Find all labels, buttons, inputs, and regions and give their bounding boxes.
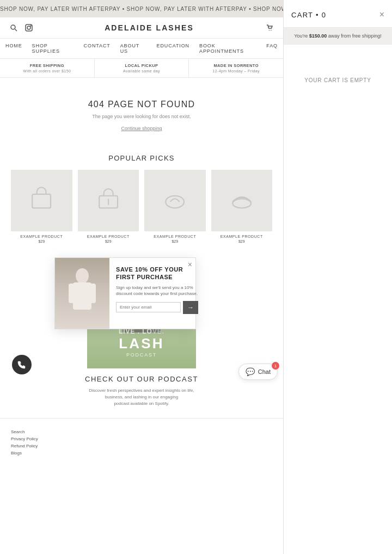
continue-shopping-link[interactable]: Continue shopping [121, 126, 162, 131]
sub-banner: FREE SHIPPING With all orders over $150 … [0, 59, 283, 78]
svg-point-4 [30, 26, 31, 26]
sub-banner-made: MADE IN SORRENTO 12-4pm Monday – Friday [189, 59, 283, 77]
popup-close-button[interactable]: × [188, 260, 192, 269]
logo-part2: LASHES [156, 23, 193, 32]
sub-banner-made-title: MADE IN SORRENTO [191, 63, 281, 68]
product-item-3[interactable]: EXAMPLE PRODUCT $29 [144, 170, 206, 243]
svg-point-5 [269, 30, 270, 31]
popup-person-image [55, 258, 109, 329]
product-item-1[interactable]: EXAMPLE PRODUCT $29 [11, 170, 72, 243]
popup-heading: SAVE 10% OFF YOUR FIRST PURCHASE [116, 266, 198, 281]
sub-banner-pickup-desc: Available same day [97, 69, 187, 73]
footer-blogs-link[interactable]: Blogs [11, 451, 272, 455]
podcast-lash-text: LASH [87, 335, 196, 352]
podcast-title-overlay: LIVE . LOVE. LASH PODCAST [87, 328, 196, 358]
product-image-1 [11, 170, 72, 231]
sub-banner-made-desc: 12-4pm Monday – Friday [191, 69, 281, 73]
svg-point-11 [232, 199, 251, 208]
popup-description: Sign up today and we'll send you a 10% d… [116, 285, 198, 297]
nav-about-us[interactable]: ABOUT US [120, 43, 147, 54]
product-price-3: $29 [144, 239, 206, 243]
products-grid: EXAMPLE PRODUCT $29 EXAMPLE PRODUCT $29 [11, 170, 272, 243]
phone-button[interactable] [12, 355, 32, 374]
product-name-2: EXAMPLE PRODUCT [78, 235, 139, 238]
cart-close-button[interactable]: × [379, 10, 384, 20]
marquee-banner: SHOP NOW, PAY LATER WITH AFTERPAY • SHOP… [0, 0, 283, 17]
cart-shipping-text: You're $150.00 away from free shipping! [291, 33, 384, 39]
nav-book-appointments[interactable]: BOOK APPOINTMENTS [199, 43, 256, 54]
svg-rect-7 [32, 194, 51, 208]
footer-search-link[interactable]: Search [11, 429, 272, 434]
product-name-4: EXAMPLE PRODUCT [211, 235, 273, 238]
product-name-3: EXAMPLE PRODUCT [144, 235, 206, 238]
footer-privacy-link[interactable]: Privacy Policy [11, 436, 272, 441]
not-found-section: 404 PAGE NOT FOUND The page you were loo… [0, 78, 283, 149]
cart-shipping-bar: You're $150.00 away from free shipping! [284, 28, 392, 45]
popular-title: POPULAR PICKS [11, 154, 272, 162]
svg-point-12 [76, 268, 89, 284]
product-price-1: $29 [11, 239, 72, 243]
svg-point-6 [271, 30, 272, 31]
header-left-icons [9, 23, 34, 33]
discount-popup: × SAVE 10% OFF YOUR FIRST PURCHASE Sign … [54, 257, 196, 329]
product-name-1: EXAMPLE PRODUCT [11, 235, 72, 238]
site-nav: HOME SHOP SUPPLIES CONTACT ABOUT US EDUC… [0, 39, 283, 59]
logo-part1: ADELAIDE [105, 23, 156, 32]
chat-button[interactable]: 💬 Chat 1 [238, 364, 278, 380]
svg-line-1 [15, 29, 17, 32]
popup-submit-button[interactable]: → [183, 301, 198, 314]
cart-header: CART • 0 × [284, 0, 392, 28]
search-icon[interactable] [9, 23, 19, 33]
sub-banner-pickup: LOCAL PICKUP Available same day [95, 59, 189, 77]
cart-empty-message: YOUR CART IS EMPTY [284, 45, 392, 116]
nav-home[interactable]: HOME [5, 43, 22, 54]
podcast-heading: CHECK OUT OUR PODCAST [85, 375, 198, 383]
popular-section: POPULAR PICKS EXAMPLE PRODUCT $29 [0, 149, 283, 254]
podcast-description: Discover fresh perspectives and expert i… [82, 387, 201, 407]
sub-banner-shipping-desc: With all orders over $150 [2, 69, 92, 73]
marquee-text: SHOP NOW, PAY LATER WITH AFTERPAY • SHOP… [0, 6, 283, 12]
svg-rect-15 [88, 284, 96, 303]
podcast-subtitle: PODCAST [87, 352, 196, 358]
footer-refund-link[interactable]: Refund Policy [11, 444, 272, 448]
sub-banner-shipping: FREE SHIPPING With all orders over $150 [0, 59, 95, 77]
not-found-text: The page you were looking for does not e… [11, 114, 272, 119]
site-header: ADELAIDE LASHES [0, 17, 283, 39]
svg-rect-14 [69, 284, 76, 303]
nav-education[interactable]: EDUCATION [157, 43, 189, 54]
cart-panel: CART • 0 × You're $150.00 away from free… [283, 0, 392, 554]
header-right-icons [265, 23, 274, 33]
site-logo[interactable]: ADELAIDE LASHES [105, 23, 194, 32]
product-price-4: $29 [211, 239, 273, 243]
popup-form-row: → [116, 301, 198, 314]
cart-title: CART • 0 [291, 11, 326, 19]
nav-shop-supplies[interactable]: SHOP SUPPLIES [32, 43, 74, 54]
not-found-title: 404 PAGE NOT FOUND [11, 100, 272, 109]
sub-banner-pickup-title: LOCAL PICKUP [97, 63, 187, 68]
svg-point-10 [166, 196, 184, 208]
chat-label: Chat [258, 368, 271, 375]
product-image-2 [78, 170, 139, 231]
instagram-icon[interactable] [24, 23, 34, 33]
nav-faq[interactable]: FAQ [266, 43, 278, 54]
svg-point-0 [11, 25, 15, 29]
chat-notification-badge: 1 [272, 362, 279, 370]
sub-banner-shipping-title: FREE SHIPPING [2, 63, 92, 68]
popup-image [55, 258, 109, 329]
product-price-2: $29 [78, 239, 139, 243]
popup-content: × SAVE 10% OFF YOUR FIRST PURCHASE Sign … [109, 258, 205, 329]
cart-icon[interactable] [265, 23, 274, 33]
product-image-3 [144, 170, 206, 231]
popup-email-input[interactable] [116, 302, 181, 312]
nav-contact[interactable]: CONTACT [84, 43, 111, 54]
product-image-4 [211, 170, 273, 231]
product-item-2[interactable]: EXAMPLE PRODUCT $29 [78, 170, 139, 243]
svg-point-3 [27, 26, 30, 29]
site-footer: Search Privacy Policy Refund Policy Blog… [0, 418, 283, 474]
product-item-4[interactable]: EXAMPLE PRODUCT $29 [211, 170, 273, 243]
